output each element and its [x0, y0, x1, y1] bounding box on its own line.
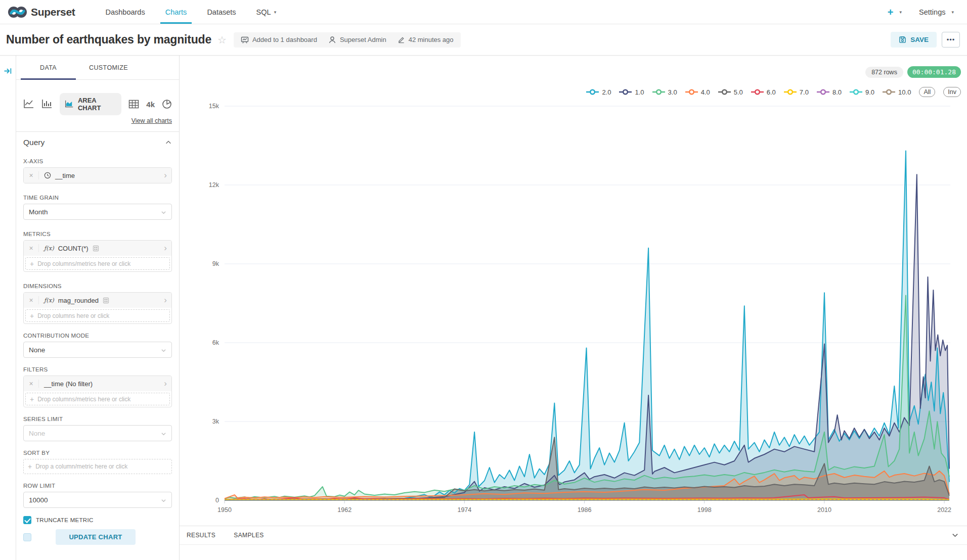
- remove-icon[interactable]: ×: [24, 296, 39, 304]
- row-limit-select[interactable]: 10000: [23, 492, 172, 508]
- svg-text:15k: 15k: [209, 103, 219, 110]
- legend-item-5.0[interactable]: 5.0: [718, 88, 743, 96]
- superset-logo-icon: [8, 6, 27, 18]
- save-icon: [899, 36, 906, 43]
- nav-item-dashboards[interactable]: Dashboards: [95, 0, 155, 24]
- query-timer-badge: 00:00:01.28: [907, 66, 961, 78]
- chevron-down-icon: [161, 498, 166, 503]
- nav-item-datasets[interactable]: Datasets: [197, 0, 246, 24]
- tab-customize[interactable]: CUSTOMIZE: [78, 56, 139, 79]
- data-panel: DATA CUSTOMIZE AREA CHART 4k View all ch…: [16, 56, 180, 560]
- chevron-up-icon[interactable]: [165, 139, 172, 146]
- update-chart-button[interactable]: UPDATE CHART: [56, 529, 136, 545]
- dashboard-icon: [241, 36, 249, 44]
- owner-badge[interactable]: Superset Admin: [328, 36, 386, 44]
- dashboards-badge[interactable]: Added to 1 dashboard: [241, 36, 317, 44]
- expand-panel-icon[interactable]: [4, 67, 12, 75]
- time-grain-label: TIME GRAIN: [23, 195, 172, 201]
- new-item-button[interactable]: + ▾: [888, 7, 902, 17]
- filter-value: __time (No filter): [44, 380, 93, 388]
- metrics-field: × ƒ(x) COUNT(*) › + Drop columns/metrics…: [23, 240, 172, 272]
- legend-item-1.0[interactable]: 1.0: [619, 88, 644, 96]
- legend-item-9.0[interactable]: 9.0: [850, 88, 874, 96]
- big-number-chart-icon[interactable]: 4k: [146, 100, 155, 109]
- svg-text:2022: 2022: [937, 506, 951, 514]
- legend-item-3.0[interactable]: 3.0: [652, 88, 677, 96]
- superset-brand[interactable]: Superset: [0, 0, 80, 24]
- chevron-right-icon[interactable]: ›: [164, 295, 171, 305]
- remove-icon[interactable]: ×: [24, 244, 39, 252]
- remove-icon[interactable]: ×: [24, 171, 39, 179]
- metric-value: COUNT(*): [58, 245, 89, 252]
- legend-item-8.0[interactable]: 8.0: [817, 88, 842, 96]
- legend-select-all-button[interactable]: All: [919, 87, 935, 97]
- series-limit-label: SERIES LIMIT: [23, 416, 172, 422]
- legend-item-6.0[interactable]: 6.0: [751, 88, 776, 96]
- contribution-mode-select[interactable]: None: [23, 342, 172, 358]
- results-bar: RESULTS SAMPLES: [180, 526, 967, 545]
- nav-item-charts[interactable]: Charts: [155, 0, 197, 24]
- fx-icon: ƒ(x): [44, 297, 54, 304]
- chart-type-area-selected[interactable]: AREA CHART: [60, 93, 121, 115]
- view-all-charts: View all charts: [23, 117, 172, 124]
- legend-item-2.0[interactable]: 2.0: [586, 88, 611, 96]
- truncate-metric-label: TRUNCATE METRIC: [36, 517, 94, 523]
- workspace: DATA CUSTOMIZE AREA CHART 4k View all ch…: [0, 56, 967, 560]
- svg-text:1986: 1986: [578, 506, 592, 514]
- tab-results[interactable]: RESULTS: [187, 532, 215, 539]
- dimensions-label: DIMENSIONS: [23, 283, 172, 289]
- series-limit-select[interactable]: None: [23, 425, 172, 441]
- metrics-dropzone[interactable]: + Drop columns/metrics here or click: [25, 257, 170, 270]
- query-title: Query: [23, 138, 45, 147]
- filters-dropzone[interactable]: + Drop columns/metrics here or click: [25, 393, 170, 405]
- favorite-star-icon[interactable]: ☆: [217, 34, 227, 46]
- partial-checkbox[interactable]: [23, 533, 31, 541]
- filter-item[interactable]: × __time (No filter) ›: [24, 376, 171, 391]
- metric-item[interactable]: × ƒ(x) COUNT(*) ›: [24, 241, 171, 256]
- legend-marker-icon: [751, 89, 764, 95]
- collapse-results-chevron-icon[interactable]: [951, 531, 959, 539]
- sort-by-dropzone[interactable]: + Drop a column/metric here or click: [23, 459, 172, 474]
- dimension-item[interactable]: × ƒ(x) mag_rounded ›: [24, 293, 171, 308]
- x-axis-field[interactable]: × __time ›: [23, 167, 172, 183]
- legend-item-4.0[interactable]: 4.0: [685, 88, 710, 96]
- legend-marker-icon: [784, 89, 797, 95]
- chevron-right-icon[interactable]: ›: [164, 243, 171, 253]
- row-limit-label: ROW LIMIT: [23, 483, 172, 489]
- query-section-header: Query: [23, 138, 172, 147]
- dimension-value: mag_rounded: [58, 297, 99, 304]
- remove-icon[interactable]: ×: [24, 380, 39, 388]
- legend-marker-icon: [817, 89, 829, 95]
- time-grain-select[interactable]: Month: [23, 204, 172, 220]
- settings-menu[interactable]: Settings ▾: [919, 8, 954, 16]
- legend-item-10.0[interactable]: 10.0: [883, 88, 911, 96]
- chevron-right-icon[interactable]: ›: [164, 170, 171, 180]
- line-chart-icon[interactable]: [23, 99, 34, 109]
- legend-invert-button[interactable]: Inv: [943, 87, 961, 97]
- legend-marker-icon: [850, 89, 862, 95]
- svg-text:9k: 9k: [212, 260, 219, 267]
- caret-down-icon: ▾: [900, 10, 902, 15]
- tab-data[interactable]: DATA: [18, 56, 78, 79]
- truncate-metric-row: TRUNCATE METRIC: [23, 516, 172, 524]
- dataset-column-icon: [103, 297, 109, 304]
- bar-chart-icon[interactable]: [41, 99, 53, 109]
- save-button[interactable]: SAVE: [891, 32, 937, 48]
- more-actions-button[interactable]: •••: [942, 32, 960, 48]
- row-limit-value: 10000: [29, 496, 48, 504]
- svg-text:1962: 1962: [337, 506, 351, 514]
- dimensions-field: × ƒ(x) mag_rounded › + Drop columns here…: [23, 292, 172, 324]
- nav-item-sql[interactable]: SQL▾: [246, 0, 287, 24]
- truncate-metric-checkbox[interactable]: [23, 516, 31, 524]
- top-navbar: Superset Dashboards Charts Datasets SQL▾…: [0, 0, 967, 24]
- plus-icon: +: [888, 7, 894, 17]
- user-icon: [328, 36, 336, 44]
- chevron-right-icon[interactable]: ›: [164, 379, 171, 389]
- legend-item-7.0[interactable]: 7.0: [784, 88, 809, 96]
- last-modified-badge[interactable]: 42 minutes ago: [398, 36, 454, 43]
- table-chart-icon[interactable]: [128, 100, 139, 109]
- dimensions-dropzone[interactable]: + Drop columns here or click: [25, 309, 170, 322]
- pie-chart-icon[interactable]: [162, 99, 172, 109]
- tab-samples[interactable]: SAMPLES: [234, 532, 264, 539]
- view-all-charts-link[interactable]: View all charts: [131, 117, 172, 124]
